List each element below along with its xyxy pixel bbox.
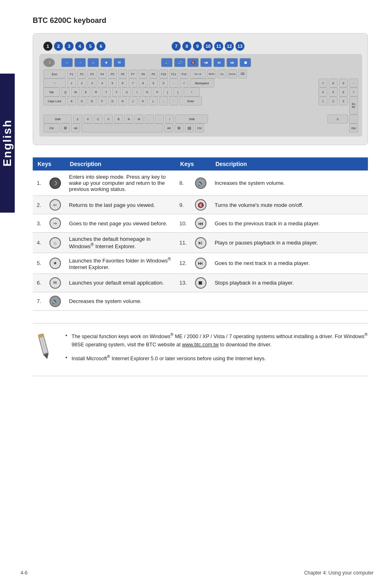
f1-key: F1 (67, 70, 76, 79)
ctrl-key: Ctrl (43, 123, 60, 132)
volup-key-icon: 🔊 (174, 58, 186, 67)
note-text-1: The special function keys work on Window… (72, 334, 368, 348)
mute-key-icon: 🔇 (187, 58, 199, 67)
th-keys-left: Keys (33, 157, 65, 171)
np5-key: 5 (329, 88, 338, 97)
np8-key: 8 (329, 79, 338, 88)
stop-key-icon: ⏹ (240, 58, 251, 67)
desc-right: Stops playback in a media player. (211, 274, 368, 292)
table-row: 1. ☽ Enters into sleep mode. Press any k… (33, 171, 368, 196)
equal-key: = (179, 79, 188, 88)
q-key: Q (61, 88, 70, 97)
key-icon-left: ☽ (45, 171, 65, 196)
playpause-key-icon: ⏯ (213, 58, 225, 67)
main-content: BTC 6200C keyboard 1 2 3 4 5 6 7 8 9 10 … (20, 0, 390, 405)
num-label-11: 11 (214, 42, 223, 51)
table-head: Keys Description Keys Description (33, 157, 368, 171)
th-desc-left: Description (65, 157, 175, 171)
p-key: P (153, 88, 162, 97)
desc-right: Increases the system volume. (211, 171, 368, 196)
row-num-right: 11. (175, 233, 191, 253)
num-group-1: 1 2 3 4 5 6 (43, 42, 106, 51)
npenter-key: Enter (349, 97, 358, 114)
np7-key: 7 (318, 79, 327, 88)
num-group-2: 7 8 9 10 11 12 13 (172, 42, 245, 51)
num-label-3: 3 (65, 42, 74, 51)
keys-table: Keys Description Keys Description 1. ☽ E… (33, 157, 368, 311)
f-key: F (98, 97, 107, 105)
row-num-right: 9. (175, 196, 191, 214)
stop-icon: ⏹ (195, 277, 206, 289)
key-icon-right: 🔊 (191, 171, 211, 196)
comma-key: , (145, 114, 154, 123)
menu-key: ▤ (185, 123, 194, 132)
key-icon-right-empty (191, 292, 211, 310)
8-key: 8 (139, 79, 148, 88)
side-tab: English (0, 74, 15, 213)
rshift-key: Shift (175, 114, 208, 123)
keyboard-body: ☽ ← → ⌂ ★ ✉ 🔉 🔊 🔇 ⏮ ⏯ ⏭ ⏹ Esc F1 F2 (39, 54, 362, 137)
row-num-left: 6. (33, 274, 45, 292)
desc-right: Goes to the previous track in a media pl… (211, 214, 368, 233)
prevtrack-icon: ⏮ (195, 218, 206, 229)
pencil-icon (33, 332, 55, 360)
num-label-7: 7 (172, 42, 181, 51)
key-icon-right: ⏯ (191, 233, 211, 253)
l-key: L (149, 97, 158, 105)
mail-key-icon: ✉ (114, 58, 125, 67)
row-num-left: 5. (33, 253, 45, 274)
np4-key: 4 (318, 88, 327, 97)
7-key: 7 (128, 79, 137, 88)
table-body: 1. ☽ Enters into sleep mode. Press any k… (33, 171, 368, 310)
playpause-icon: ⏯ (195, 237, 206, 249)
s-key: S (77, 97, 86, 105)
bs-key: ⌫ (238, 70, 247, 79)
n-key: N (124, 114, 133, 123)
key-icon-left: ⌂ (45, 233, 65, 253)
backspace-key: Backspace (190, 79, 214, 88)
np6-key: 6 (339, 88, 348, 97)
nexttrack-icon: ⏭ (195, 258, 206, 269)
key-icon-left: ⇐ (45, 196, 65, 214)
np1-key: 1 (318, 97, 327, 105)
esc-key: Esc (43, 70, 66, 79)
del-key: Del (349, 123, 358, 132)
th-keys-right: Keys (175, 157, 211, 171)
fwd-key-icon: → (74, 58, 86, 67)
ralt-key: Alt (164, 123, 173, 132)
fav-icon: ★ (49, 258, 61, 269)
0-key: 0 (159, 79, 168, 88)
note-icon (33, 332, 57, 362)
t-key: T (102, 88, 111, 97)
note-section: The special function keys work on Window… (33, 323, 368, 376)
num-row: `~ 1 2 3 4 5 6 7 8 9 0 - = Backspace 7 8… (43, 79, 358, 88)
h-key: H (118, 97, 127, 105)
np0-key: 0 (327, 114, 348, 123)
c-key: C (94, 114, 103, 123)
j-key: J (128, 97, 137, 105)
tilde-key: `~ (43, 79, 66, 88)
page-number: 4-6 (20, 570, 27, 576)
fkey-row: Esc F1 F2 F3 F4 F5 F6 F7 F8 F9 F10 F11 F… (43, 70, 358, 79)
mute-icon: 🔇 (195, 199, 206, 211)
num-label-13: 13 (235, 42, 244, 51)
btc-url: www.btc.com.tw (182, 342, 219, 348)
semicolon-key: ; (159, 97, 168, 105)
qwerty-row: Tab Q W E R T Y U I O P [ ] \ 4 5 6 + (43, 88, 358, 97)
desc-right: Plays or pauses playback in a media play… (211, 233, 368, 253)
key-icon-right: ⏹ (191, 274, 211, 292)
5-key: 5 (108, 79, 117, 88)
np3-key: 3 (339, 97, 348, 105)
key-icon-left: 🔉 (45, 292, 65, 310)
desc-left: Returns to the last page you viewed. (65, 196, 175, 214)
6-key: 6 (118, 79, 127, 88)
fav-key-icon: ★ (101, 58, 112, 67)
back-key-icon: ← (61, 58, 73, 67)
asdf-row: Caps Lock A S D F G H J K L ; ' Enter 1 … (43, 97, 358, 114)
zxcv-row: Shift Z X C V B N M , . / Shift 0 . (43, 114, 358, 123)
keyboard-diagram: 1 2 3 4 5 6 7 8 9 10 11 12 13 ☽ (33, 33, 368, 145)
row-num-left: 4. (33, 233, 45, 253)
minus-key: - (169, 79, 178, 88)
ins-key: Ins (217, 70, 226, 79)
num-label-8: 8 (182, 42, 191, 51)
